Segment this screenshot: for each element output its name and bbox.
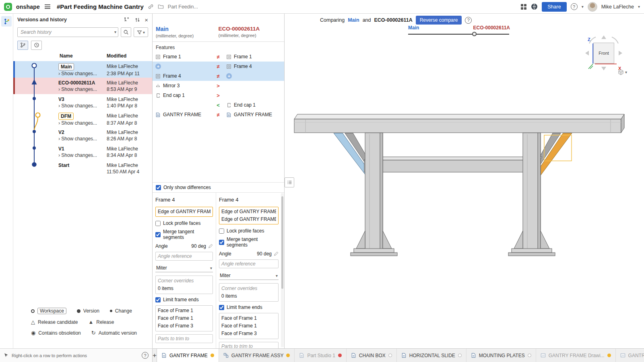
- compare-row[interactable]: GANTRY FRAME ≠ GANTRY FRAME: [153, 110, 284, 119]
- compare-row[interactable]: + ≠ Frame 4: [153, 62, 284, 71]
- user-avatar[interactable]: [588, 2, 597, 12]
- main-menu-icon[interactable]: [44, 2, 51, 10]
- close-panel-icon[interactable]: ×: [144, 16, 148, 23]
- slider-track[interactable]: [408, 34, 509, 35]
- limit-frame-ends-checkbox[interactable]: Limit frame ends: [155, 297, 213, 302]
- statusbar-help-icon[interactable]: ?: [142, 352, 149, 359]
- user-menu-caret-icon[interactable]: ▾: [638, 4, 640, 9]
- tab-horizontal-slide[interactable]: HORIZONTAL SLIDE: [397, 349, 466, 362]
- expand-chevron-icon[interactable]: ›: [58, 86, 60, 92]
- expand-chevron-icon[interactable]: ›: [58, 103, 60, 109]
- limit-frame-ends-checkbox[interactable]: Limit frame ends: [219, 304, 279, 310]
- show-changes-link[interactable]: Show changes...: [61, 152, 97, 158]
- history-row-eco[interactable]: ECO-00002611AMike LaFleche ›Show changes…: [13, 78, 152, 94]
- rotate-down-arrow-icon[interactable]: [601, 67, 606, 70]
- history-panel-header: Versions and history ×: [13, 14, 152, 26]
- history-row-v3[interactable]: V3Mike LaFleche ›Show changes...1:40 PM …: [13, 94, 152, 111]
- edge-selection-box[interactable]: Edge of GANTRY FRAME Edge of GANTRY FRAM…: [219, 207, 279, 224]
- history-row-v2[interactable]: V2Mike LaFleche ›Show changes...8:26 AM …: [13, 127, 152, 144]
- show-changes-link[interactable]: Show changes...: [61, 136, 97, 142]
- only-show-differences-checkbox[interactable]: Only show differences: [153, 182, 284, 192]
- tab-gantry-frame-2[interactable]: GANTRY FRAME: [616, 349, 644, 362]
- compare-scrollbar[interactable]: [281, 193, 284, 347]
- tab-gantry-frame-drawing[interactable]: GANTRY FRAME Drawi...: [536, 349, 616, 362]
- history-row-v1[interactable]: V1Mike LaFleche ›Show changes...8:34 AM …: [13, 144, 152, 160]
- copy-link-icon[interactable]: [148, 4, 154, 10]
- equation-icon[interactable]: [274, 251, 279, 256]
- reverse-compare-button[interactable]: Reverse compare: [416, 16, 462, 25]
- show-changes-link[interactable]: Show changes...: [61, 86, 97, 92]
- corner-overrides-list[interactable]: Corner overrides 0 items: [219, 283, 279, 302]
- slider-left-label[interactable]: Main: [408, 25, 419, 31]
- expand-chevron-icon[interactable]: ›: [58, 70, 60, 76]
- corner-overrides-list[interactable]: Corner overrides 0 items: [155, 276, 213, 294]
- rotate-up-arrow-icon[interactable]: [601, 35, 606, 39]
- merge-tangent-segments-checkbox[interactable]: Merge tangent segments: [155, 229, 213, 240]
- rotate-left-arrow-icon[interactable]: [585, 51, 589, 56]
- lock-profile-faces-checkbox[interactable]: Lock profile faces: [155, 220, 213, 226]
- slider-handle[interactable]: [472, 32, 477, 36]
- versions-panel-icon[interactable]: [1, 16, 12, 27]
- folder-icon[interactable]: [158, 4, 164, 10]
- help-caret-icon[interactable]: ▾: [582, 4, 584, 9]
- help-icon[interactable]: ?: [571, 3, 578, 10]
- history-column-headers: Name Modified: [13, 53, 152, 61]
- view-cube[interactable]: Front Z X ▾: [580, 27, 628, 80]
- rotate-right-arrow-icon[interactable]: [619, 51, 622, 56]
- compare-row[interactable]: Mirror 3 >: [153, 81, 284, 90]
- history-row-start[interactable]: StartMike LaFleche 11:50 AM Apr 4: [13, 160, 152, 177]
- tab-gantry-frame-assy[interactable]: GANTRY FRAME ASSY: [219, 349, 295, 362]
- graphics-viewport[interactable]: Comparing Main and ECO-00002611A Reverse…: [285, 14, 644, 348]
- viewcube-front-face[interactable]: Front: [593, 43, 614, 64]
- angle-field[interactable]: Angle 90 deg: [219, 251, 279, 257]
- feature-list-flyout-button[interactable]: [285, 177, 294, 187]
- frame-ends-faces-list[interactable]: Face of Frame 1 Face of Frame 1 Face of …: [155, 305, 213, 331]
- edge-selection-box[interactable]: Edge of GANTRY FRAME: [155, 207, 213, 217]
- expand-chevron-icon[interactable]: ›: [58, 152, 60, 158]
- tab-chain-box[interactable]: CHAIN BOX: [347, 349, 397, 362]
- compare-row[interactable]: Frame 1 ≠ Frame 1: [153, 52, 284, 62]
- corner-style-select[interactable]: Miter ▾: [155, 264, 213, 272]
- show-changes-link[interactable]: Show changes...: [61, 71, 97, 76]
- equation-icon[interactable]: [208, 244, 213, 249]
- folder-label[interactable]: Part Feedin...: [168, 4, 198, 10]
- onshape-logo-icon[interactable]: [4, 3, 12, 11]
- compare-versions-icon[interactable]: [133, 16, 141, 24]
- share-button[interactable]: Share: [542, 2, 566, 12]
- comparing-right-link[interactable]: ECO-00002611A: [374, 17, 412, 23]
- search-history-input[interactable]: [17, 27, 118, 37]
- parts-to-trim-input[interactable]: Parts to trim to: [155, 334, 213, 343]
- expand-chevron-icon[interactable]: ›: [58, 120, 60, 126]
- slider-right-label[interactable]: ECO-00002611A: [473, 25, 510, 31]
- lock-profile-faces-checkbox[interactable]: Lock profile faces: [219, 228, 279, 234]
- search-button[interactable]: [121, 27, 131, 37]
- tab-gantry-frame[interactable]: GANTRY FRAME: [157, 349, 219, 362]
- compare-help-icon[interactable]: ?: [465, 17, 472, 24]
- tab-mounting-plates[interactable]: MOUNTING PLATES: [466, 349, 536, 362]
- create-version-icon[interactable]: [122, 16, 130, 24]
- tab-part-studio-1[interactable]: Part Studio 1: [295, 349, 346, 362]
- expand-chevron-icon[interactable]: ›: [58, 136, 60, 142]
- compare-row[interactable]: < End cap 1: [153, 100, 284, 110]
- merge-tangent-segments-checkbox[interactable]: Merge tangent segments: [219, 237, 279, 248]
- apps-grid-icon[interactable]: [520, 4, 527, 10]
- view-options-cube-icon[interactable]: ▾: [618, 69, 627, 75]
- comparing-left-link[interactable]: Main: [348, 17, 359, 23]
- history-row-dfm[interactable]: DFMMike LaFleche ›Show changes...8:37 AM…: [13, 111, 152, 127]
- help-center-icon[interactable]: [531, 3, 538, 10]
- corner-style-select[interactable]: Miter ▾: [219, 272, 279, 280]
- compare-row[interactable]: End cap 1 >: [153, 90, 284, 100]
- filter-button[interactable]: ▾: [134, 27, 148, 37]
- parts-to-trim-input[interactable]: Parts to trim to: [219, 342, 279, 348]
- compare-row[interactable]: Frame 4 ≠ +: [153, 71, 284, 81]
- angle-field[interactable]: Angle 90 deg: [155, 243, 213, 249]
- graph-view-toggle[interactable]: [17, 41, 28, 50]
- angle-reference-input[interactable]: Angle reference: [219, 259, 279, 268]
- frame-ends-faces-list[interactable]: Face of Frame 1 Face of Frame 1 Face of …: [219, 313, 279, 339]
- show-changes-link[interactable]: Show changes...: [61, 120, 97, 126]
- show-changes-link[interactable]: Show changes...: [61, 103, 97, 109]
- history-row-main[interactable]: MainMike LaFleche ›Show changes...2:38 P…: [13, 61, 152, 78]
- history-list-toggle[interactable]: [31, 41, 42, 50]
- angle-reference-input[interactable]: Angle reference: [155, 252, 213, 261]
- search-scope-caret-icon[interactable]: ▾: [114, 30, 116, 34]
